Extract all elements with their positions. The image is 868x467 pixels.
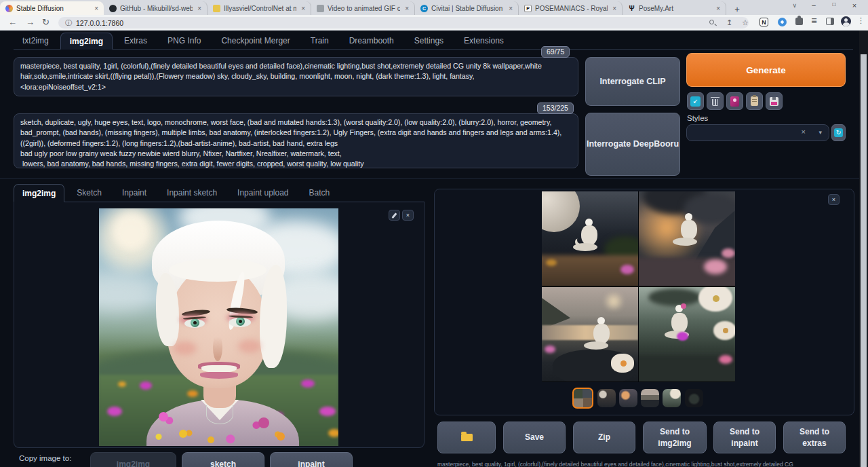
interrogate-deepbooru-button[interactable]: Interrogate DeepBooru	[585, 113, 680, 176]
tab-train[interactable]: Train	[302, 33, 338, 49]
generated-image-3[interactable]	[542, 287, 638, 381]
subtab-sketch[interactable]: Sketch	[68, 184, 110, 202]
browser-tab-controlnet[interactable]: Illyasviel/ControlNet at main ×	[208, 1, 311, 15]
copy-to-inpaint-button[interactable]: inpaint	[270, 452, 353, 467]
gallery-thumbnail[interactable]	[619, 389, 637, 407]
posemyart-favicon: Ψ	[628, 5, 635, 12]
send-to-inpaint-button[interactable]: Send to inpaint	[713, 422, 776, 453]
refresh-styles-button[interactable]: ↻	[831, 124, 846, 141]
gif-converter-favicon	[317, 5, 324, 12]
generated-image-4[interactable]	[639, 287, 735, 381]
gallery-thumbnail[interactable]	[663, 389, 681, 407]
profile-avatar[interactable]	[841, 16, 851, 26]
clear-prompt-button[interactable]	[707, 92, 724, 110]
bookmark-star-icon[interactable]: ☆	[742, 18, 749, 27]
browser-menu-icon[interactable]: ⋮	[857, 16, 865, 25]
gallery-thumbnail[interactable]	[597, 389, 616, 407]
site-info-icon[interactable]: ⓘ	[65, 18, 72, 28]
copy-to-sketch-button[interactable]: sketch	[182, 452, 264, 467]
browser-tab-gif-converter[interactable]: Video to animated GIF converter ×	[311, 1, 415, 15]
address-bar[interactable]: ⓘ 127.0.0.1:7860 ↥ ☆	[58, 17, 749, 29]
subtab-inpaint[interactable]: Inpaint	[114, 184, 155, 202]
save-button[interactable]: Save	[503, 422, 566, 453]
tab-extras[interactable]: Extras	[115, 33, 156, 49]
refresh-icon: ↻	[834, 128, 843, 137]
tab-img2img[interactable]: img2img	[60, 33, 113, 50]
subtab-inpaint-upload[interactable]: Inpaint upload	[229, 184, 296, 202]
tab-dreambooth[interactable]: Dreambooth	[340, 33, 403, 49]
source-image-panel[interactable]: ×	[14, 202, 425, 448]
prompt-input[interactable]: masterpiece, best quality, 1girl, (color…	[14, 57, 578, 96]
send-to-img2img-button[interactable]: Send to img2img	[643, 422, 707, 453]
generated-image-1[interactable]	[542, 191, 638, 286]
forward-button[interactable]: →	[26, 17, 35, 27]
scrollbar-thumb[interactable]	[861, 54, 867, 467]
remove-image-button[interactable]: ×	[402, 210, 414, 221]
share-icon[interactable]: ↥	[726, 18, 732, 27]
apply-styles-button[interactable]	[746, 92, 763, 110]
notion-extension-icon[interactable]: N	[760, 18, 768, 26]
tab-close-icon[interactable]: ×	[300, 5, 307, 12]
tab-checkpoint-merger[interactable]: Checkpoint Merger	[212, 33, 298, 49]
clear-styles-icon[interactable]: ×	[802, 128, 806, 136]
subtab-inpaint-sketch[interactable]: Inpaint sketch	[159, 184, 225, 202]
prompt-token-counter: 69/75	[541, 46, 570, 58]
interrogate-clip-button[interactable]: Interrogate CLIP	[585, 57, 680, 106]
extensions-puzzle-icon[interactable]	[795, 18, 803, 25]
tab-extensions[interactable]: Extensions	[455, 33, 513, 49]
trash-icon	[712, 99, 718, 106]
tab-title: POSEMANIACS - Royalty free 3	[535, 5, 608, 12]
generated-image-grid[interactable]	[542, 191, 735, 382]
negative-token-counter: 153/225	[537, 102, 574, 114]
tab-title: Illyasviel/ControlNet at main	[224, 5, 296, 12]
tab-close-icon[interactable]: ×	[93, 5, 100, 12]
window-minimize-button[interactable]: –	[806, 1, 822, 9]
tab-title: Stable Diffusion	[16, 5, 90, 12]
tab-close-icon[interactable]: ×	[715, 5, 722, 12]
browser-tab-github[interactable]: GitHub - Mikubill/sd-webui-co ×	[104, 1, 208, 15]
styles-dropdown[interactable]: × ▾	[686, 124, 829, 141]
window-maximize-button[interactable]: □	[826, 1, 842, 7]
zoom-icon[interactable]	[709, 20, 714, 24]
window-close-button[interactable]: ×	[846, 1, 863, 10]
subtab-batch[interactable]: Batch	[301, 184, 338, 202]
source-image[interactable]	[99, 208, 338, 446]
floppy-disk-icon	[770, 97, 778, 106]
tab-close-icon[interactable]: ×	[403, 5, 410, 12]
close-gallery-button[interactable]: ×	[828, 194, 840, 205]
gallery-thumbnail[interactable]	[641, 389, 659, 407]
tab-close-icon[interactable]: ×	[507, 5, 514, 12]
browser-tab-posemyart[interactable]: Ψ PoseMy.Art ×	[623, 1, 726, 15]
subtab-img2img[interactable]: img2img	[14, 184, 64, 202]
edit-image-button[interactable]	[389, 210, 400, 221]
back-button[interactable]: ←	[8, 17, 17, 27]
save-style-button[interactable]	[766, 92, 783, 110]
page-scrollbar[interactable]	[859, 31, 868, 467]
new-tab-button[interactable]: +	[730, 3, 744, 15]
generate-button[interactable]: Generate	[686, 53, 846, 87]
browser-tab-civitai[interactable]: C Civitai | Stable Diffusion models ×	[415, 1, 519, 15]
extra-networks-button[interactable]	[726, 92, 743, 110]
reload-button[interactable]: ↻	[42, 17, 50, 27]
generated-image-2[interactable]	[639, 191, 735, 286]
tab-close-icon[interactable]: ×	[611, 5, 618, 12]
zip-button[interactable]: Zip	[573, 422, 635, 453]
chevron-down-icon[interactable]: ▾	[818, 129, 822, 136]
tab-settings[interactable]: Settings	[406, 33, 452, 49]
tab-png-info[interactable]: PNG Info	[159, 33, 210, 49]
tab-close-icon[interactable]: ×	[196, 5, 203, 12]
open-folder-button[interactable]	[437, 422, 496, 453]
reading-list-icon[interactable]: ≣	[811, 16, 817, 25]
blue-extension-icon[interactable]	[778, 18, 787, 26]
gallery-thumbnail-selected[interactable]	[572, 388, 593, 409]
browser-tab-posemaniacs[interactable]: P POSEMANIACS - Royalty free 3 ×	[519, 1, 623, 15]
browser-tab-stable-diffusion[interactable]: Stable Diffusion ×	[0, 1, 104, 15]
tab-search-caret-icon[interactable]: ∨	[792, 2, 797, 9]
paste-generation-params-button[interactable]: ↙	[687, 92, 704, 110]
send-to-extras-button[interactable]: Send to extras	[783, 422, 846, 453]
github-favicon	[109, 5, 117, 12]
negative-prompt-input[interactable]: sketch, duplicate, ugly, huge eyes, text…	[14, 113, 578, 168]
tab-txt2img[interactable]: txt2img	[14, 33, 58, 49]
gallery-thumbnail[interactable]	[685, 389, 703, 407]
side-panel-icon[interactable]	[826, 18, 834, 25]
